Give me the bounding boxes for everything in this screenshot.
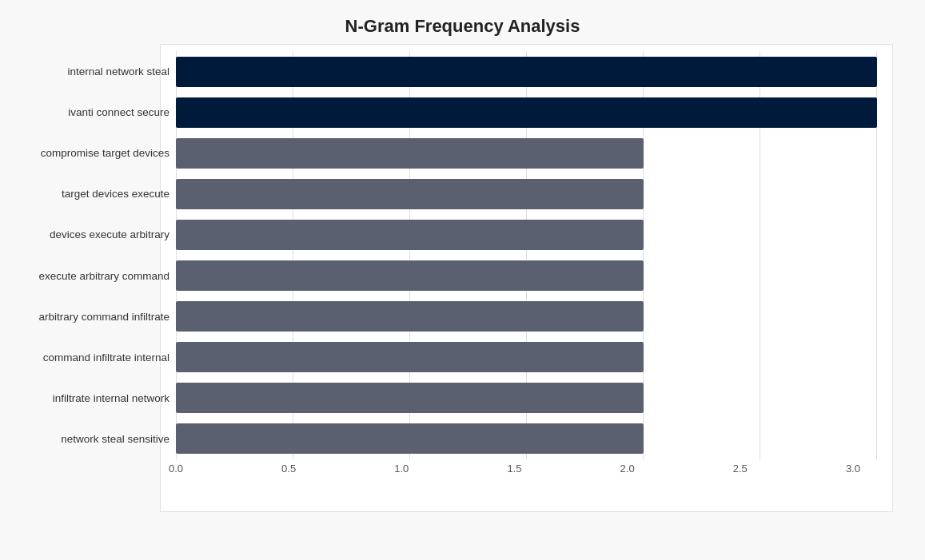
bar-row: command infiltrate internal: [176, 337, 877, 378]
bar-label: target devices execute: [14, 188, 169, 200]
bar-row: network steal sensitive: [176, 419, 877, 459]
bar-row: internal network steal: [176, 51, 877, 92]
bar-fill: [176, 301, 644, 332]
bar-label: infiltrate internal network: [14, 392, 169, 404]
x-tick: 1.0: [389, 463, 413, 475]
bar-row: devices execute arbitrary: [176, 214, 877, 255]
bar-fill: [176, 97, 877, 128]
bar-fill: [176, 220, 644, 250]
bar-label: devices execute arbitrary: [14, 228, 169, 240]
bar-fill: [176, 260, 644, 291]
bar-fill: [176, 57, 877, 87]
bar-label: arbitrary command infiltrate: [14, 311, 169, 323]
bar-row: target devices execute: [176, 173, 877, 214]
bar-row: infiltrate internal network: [176, 378, 877, 419]
chart-title: N-Gram Frequency Analysis: [16, 16, 909, 37]
x-tick: 2.0: [616, 463, 640, 475]
x-tick: 0.0: [164, 463, 188, 475]
bar-fill: [176, 423, 644, 454]
bar-fill: [176, 342, 644, 372]
bar-label: compromise target devices: [14, 147, 169, 159]
bar-label: command infiltrate internal: [14, 351, 169, 363]
bar-label: execute arbitrary command: [14, 270, 169, 282]
bar-row: ivanti connect secure: [176, 92, 877, 133]
bar-fill: [176, 138, 644, 169]
chart-area: internal network stealivanti connect sec…: [176, 51, 877, 483]
bar-label: internal network steal: [14, 66, 169, 77]
x-tick: 2.5: [728, 463, 752, 475]
bars-wrapper: internal network stealivanti connect sec…: [176, 51, 877, 459]
bar-row: arbitrary command infiltrate: [176, 296, 877, 337]
bar-fill: [176, 179, 644, 209]
x-axis: 0.00.51.01.52.02.53.0: [176, 463, 877, 483]
x-tick: 1.5: [502, 463, 526, 475]
bar-row: execute arbitrary command: [176, 255, 877, 296]
bar-fill: [176, 383, 644, 413]
bar-label: ivanti connect secure: [14, 106, 169, 118]
x-tick: 0.5: [277, 463, 301, 475]
chart-container: N-Gram Frequency Analysis internal netwo…: [0, 0, 925, 560]
bar-row: compromise target devices: [176, 133, 877, 173]
bar-label: network steal sensitive: [14, 433, 169, 445]
x-tick: 3.0: [841, 463, 865, 475]
